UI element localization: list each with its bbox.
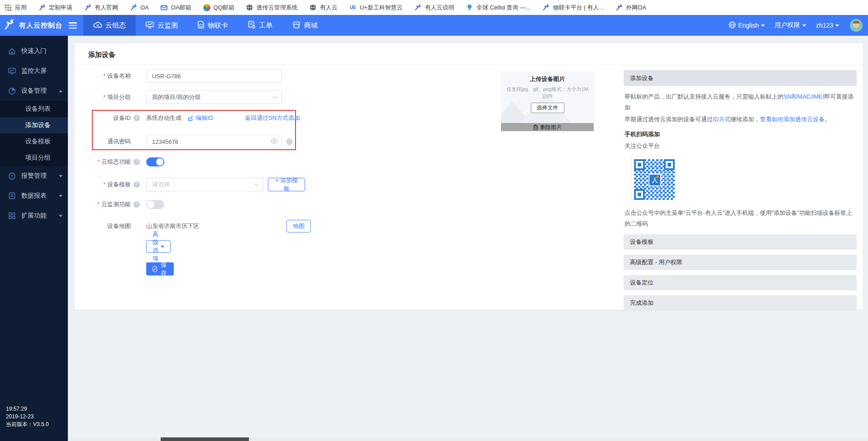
work-order-icon xyxy=(248,21,255,30)
help-paragraph-2: 早期通过透传云添加的设备可通过ID方式继续添加，查看如何添加透传云设备。 xyxy=(625,114,856,125)
device-id-label: 设备ID xyxy=(88,114,131,122)
bookmark-item[interactable]: 有人云 xyxy=(310,4,338,12)
mail-icon xyxy=(161,4,168,11)
chevron-up-icon xyxy=(59,90,62,92)
choose-file-button[interactable]: 选择文件 xyxy=(531,103,564,113)
help-icon[interactable]: ? xyxy=(134,181,140,188)
permissions-menu[interactable]: 用户权限 xyxy=(775,21,806,29)
sidebar: 快速入门 监控大屏 设备管理 设备列表 添加设备 设备模板 项目分组 报警管理 xyxy=(0,36,68,441)
device-template-select[interactable]: 请选择 xyxy=(146,178,263,191)
sidebar-item-device-management[interactable]: 设备管理 xyxy=(0,81,68,101)
bookmark-item[interactable]: 有人官网 xyxy=(84,4,118,12)
monitor-chart-icon xyxy=(146,21,154,30)
sidebar-item-data-report[interactable]: 数据报表 xyxy=(0,186,68,206)
qq-mail-icon xyxy=(203,4,210,11)
add-template-button[interactable]: + 添加模板 xyxy=(268,178,305,191)
nav-tab-work-order[interactable]: 工单 xyxy=(238,15,282,36)
chevron-down-icon xyxy=(161,246,164,248)
report-icon xyxy=(8,192,16,199)
map-button[interactable]: 地图 xyxy=(286,220,311,232)
bookmark-item[interactable]: 有人云说明 xyxy=(415,4,454,12)
sidebar-item-add-device[interactable]: 添加设备 xyxy=(0,117,68,133)
comm-password-input[interactable] xyxy=(146,135,282,148)
hamburger-icon[interactable] xyxy=(69,22,77,28)
help-icon[interactable]: ? xyxy=(134,115,140,121)
project-group-row: 项目分组 我的项目/我的分组 xyxy=(88,90,131,104)
pie-chart-icon xyxy=(8,87,16,95)
device-template-label: 设备模板 xyxy=(88,180,131,189)
device-name-input[interactable] xyxy=(146,69,282,83)
grid-icon xyxy=(8,212,16,219)
bookmark-item[interactable]: OA xyxy=(130,4,149,11)
bookmark-item[interactable]: OA邮箱 xyxy=(161,4,191,12)
cloud-scada-toggle[interactable] xyxy=(146,157,164,166)
id-method-link[interactable]: ID方式 xyxy=(713,116,730,123)
eye-icon[interactable] xyxy=(271,138,278,145)
bulb-icon xyxy=(466,4,473,11)
device-location-value: 山东省济南市历下区 xyxy=(146,222,199,230)
store-icon xyxy=(292,21,300,30)
back-to-sn-link[interactable]: 返回通过SN方式添加 xyxy=(245,114,300,122)
password-help-icon[interactable] xyxy=(286,138,293,145)
device-id-value: 系统自动生成 xyxy=(146,114,181,122)
edit-id-link[interactable]: 编辑ID xyxy=(188,114,213,122)
help-panel: 添加设备 带贴标的产品，出厂默认支持接入云服务，只需输入标贴上的SN和MAC/I… xyxy=(624,70,857,311)
user-menu[interactable]: zh123 xyxy=(816,22,839,29)
bookmark-item[interactable]: 全球 CellId 查询 —... xyxy=(466,4,531,12)
help-section-add-device[interactable]: 添加设备 xyxy=(624,70,857,86)
how-to-add-link[interactable]: 查看如何添加透传云设备 xyxy=(760,116,825,123)
help-section-device-template[interactable]: 设备模板 xyxy=(624,234,857,250)
clock-date: 2019-12-23 xyxy=(6,413,49,421)
device-map-label: 设备地图 xyxy=(88,222,131,230)
bookmark-item[interactable]: QQ邮箱 xyxy=(203,4,234,12)
advanced-options-button[interactable]: 高级选项 xyxy=(146,240,171,253)
sidebar-item-project-group[interactable]: 项目分组 xyxy=(0,150,68,166)
usr-runner-icon xyxy=(38,4,46,11)
runner-blue-icon xyxy=(543,4,550,11)
language-switcher[interactable]: English xyxy=(729,21,765,30)
sidebar-item-quick-start[interactable]: 快速入门 xyxy=(0,41,68,61)
help-icon[interactable]: ? xyxy=(134,159,140,165)
device-map-row: 设备地图 山东省济南市历下区 地图 xyxy=(88,219,131,233)
horizontal-scrollbar-thumb[interactable] xyxy=(161,437,249,441)
help-icon[interactable]: ? xyxy=(134,201,140,208)
chevron-down-icon xyxy=(59,195,62,197)
bookmark-apps[interactable]: 应用 xyxy=(5,4,27,12)
cloud-scada-label: 云组态功能 xyxy=(88,158,131,166)
bookmark-item[interactable]: UE U+新工科智慧云 xyxy=(349,4,403,12)
clock-time: 19:57:29 xyxy=(6,405,49,413)
top-nav-menus: 云组态 云监测 物联卡 工单 商城 xyxy=(83,15,328,36)
upload-device-image-box[interactable]: 上传设备图片 仅支持jpg、gif、png格式；大小为1M 以内 选择文件 删除… xyxy=(501,71,594,131)
device-template-row: 设备模板 ? 请选择 + 添加模板 xyxy=(88,178,140,191)
chevron-down-icon xyxy=(59,215,62,217)
nav-tab-cloud-monitor[interactable]: 云监测 xyxy=(136,15,188,36)
bookmark-item[interactable]: 物联卡平台 | 有人... xyxy=(543,4,604,12)
nav-tab-iot-card[interactable]: 物联卡 xyxy=(188,15,238,36)
sidebar-item-device-template[interactable]: 设备模板 xyxy=(0,133,68,150)
edit-icon xyxy=(188,115,194,121)
bookmark-item[interactable]: 定制申请 xyxy=(38,4,72,12)
sidebar-item-device-list[interactable]: 设备列表 xyxy=(0,101,68,117)
save-button[interactable]: ✓ 保存 xyxy=(146,262,174,275)
help-section-advanced-config[interactable]: 高级配置 - 用户权限 xyxy=(624,255,857,270)
help-section-finish[interactable]: 完成添加 xyxy=(624,295,857,311)
bookmark-item[interactable]: 透传云管理系统 xyxy=(246,4,298,12)
avatar[interactable] xyxy=(850,19,863,32)
usr-runner-icon xyxy=(615,4,623,11)
project-group-select[interactable]: 我的项目/我的分组 xyxy=(146,90,282,104)
nav-tab-mall[interactable]: 商城 xyxy=(282,15,328,36)
horizontal-scrollbar[interactable] xyxy=(68,437,868,441)
upload-hint: 仅支持jpg、gif、png格式；大小为1M 以内 xyxy=(501,86,594,100)
sn-mac-imei-link[interactable]: SN和MAC/IMEI xyxy=(783,93,824,100)
help-section-device-location[interactable]: 设备定位 xyxy=(624,275,857,290)
globe-icon xyxy=(310,4,317,11)
nav-tab-cloud-scada[interactable]: 云组态 xyxy=(83,15,136,36)
sidebar-item-extended-functions[interactable]: 扩展功能 xyxy=(0,206,68,226)
bookmark-item[interactable]: 外网OA xyxy=(615,4,646,12)
sidebar-item-monitor-screen[interactable]: 监控大屏 xyxy=(0,61,68,81)
brand-title: 有人云控制台 xyxy=(19,21,62,30)
brand: 有人云控制台 xyxy=(0,19,83,32)
sidebar-item-alarm-management[interactable]: 报警管理 xyxy=(0,166,68,186)
cloud-monitor-toggle[interactable] xyxy=(146,200,164,209)
delete-image-button[interactable]: 删除图片 xyxy=(501,123,594,131)
